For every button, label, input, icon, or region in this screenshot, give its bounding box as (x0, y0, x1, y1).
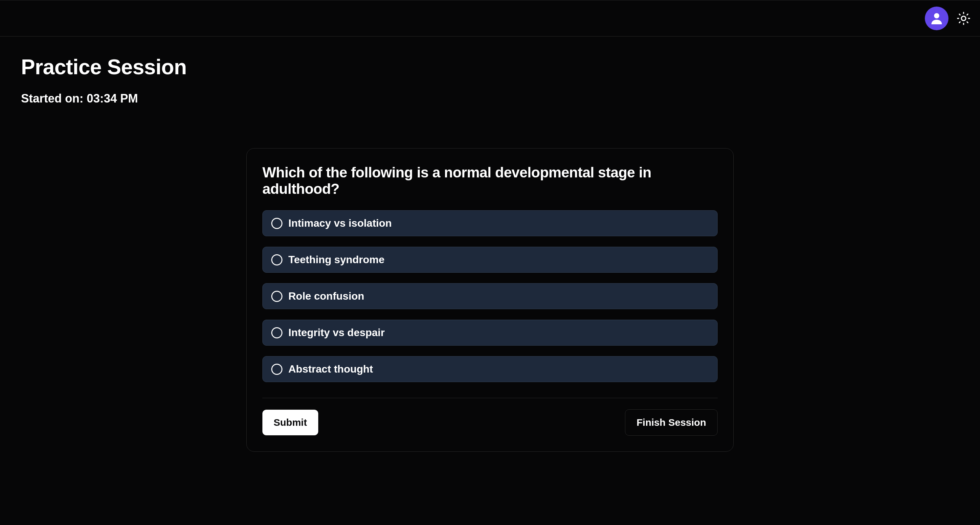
options-list: Intimacy vs isolation Teething syndrome … (262, 210, 718, 382)
divider (262, 398, 718, 398)
radio-icon (271, 254, 282, 266)
radio-icon (271, 218, 282, 229)
svg-line-8 (959, 22, 960, 22)
option-0[interactable]: Intimacy vs isolation (262, 210, 718, 236)
question-text: Which of the following is a normal devel… (262, 164, 718, 197)
option-2[interactable]: Role confusion (262, 283, 718, 309)
option-label: Integrity vs despair (288, 326, 385, 339)
option-label: Teething syndrome (288, 254, 385, 266)
radio-icon (271, 291, 282, 302)
person-icon (929, 11, 945, 26)
top-bar (0, 0, 980, 37)
option-label: Abstract thought (288, 363, 373, 375)
submit-button[interactable]: Submit (262, 410, 318, 435)
svg-line-4 (959, 14, 960, 15)
option-3[interactable]: Integrity vs despair (262, 320, 718, 345)
option-4[interactable]: Abstract thought (262, 356, 718, 382)
actions-row: Submit Finish Session (262, 409, 718, 436)
svg-line-9 (967, 14, 968, 15)
theme-toggle-button[interactable] (956, 11, 971, 25)
card-wrapper: Which of the following is a normal devel… (21, 148, 959, 452)
page-content: Practice Session Started on: 03:34 PM Wh… (0, 37, 980, 470)
svg-line-5 (967, 22, 968, 22)
svg-point-1 (961, 16, 966, 21)
option-label: Role confusion (288, 290, 364, 302)
sun-icon (957, 12, 970, 25)
radio-icon (271, 364, 282, 375)
radio-icon (271, 327, 282, 338)
option-label: Intimacy vs isolation (288, 217, 392, 229)
avatar[interactable] (925, 6, 948, 30)
finish-session-button[interactable]: Finish Session (625, 409, 718, 436)
option-1[interactable]: Teething syndrome (262, 247, 718, 273)
started-on-text: Started on: 03:34 PM (21, 92, 959, 105)
svg-point-0 (934, 13, 939, 18)
question-card: Which of the following is a normal devel… (246, 148, 734, 452)
page-title: Practice Session (21, 55, 959, 79)
